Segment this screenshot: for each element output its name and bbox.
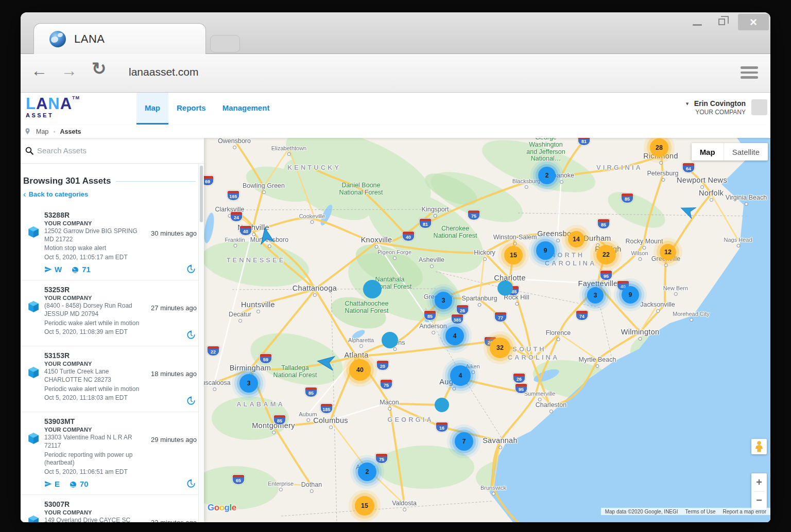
city-label: Savannah xyxy=(483,436,518,445)
forward-button[interactable]: → xyxy=(61,61,77,80)
city-label: Durham xyxy=(583,234,611,242)
breadcrumb-map[interactable]: Map xyxy=(36,128,48,135)
asset-cluster-marker[interactable]: 9 xyxy=(622,286,639,304)
nav-tab-management[interactable]: Management xyxy=(214,93,278,123)
asset-list-item[interactable]: 53153R YOUR COMPANY 4150 Turtle Creek La… xyxy=(21,346,204,412)
asset-cluster-marker[interactable]: 3 xyxy=(435,292,452,309)
asset-cluster-marker[interactable]: 3 xyxy=(239,374,258,393)
city-label: Nags Head xyxy=(724,237,752,243)
minimize-button[interactable] xyxy=(693,24,702,26)
asset-alert: Periodic wake alert while in motion xyxy=(44,320,146,328)
forest-label: Daniel BooneNational Forest xyxy=(339,182,383,197)
asset-cluster-marker[interactable]: 7 xyxy=(455,432,473,451)
state-label: GEORGIA xyxy=(387,416,433,423)
asset-list-item[interactable]: 53288R YOUR COMPANY 12502 Garrow Drive B… xyxy=(21,206,204,280)
interstate-shield-icon: 77 xyxy=(494,312,507,322)
asset-cluster-marker[interactable]: 14 xyxy=(568,231,584,247)
asset-cluster-marker[interactable]: 2 xyxy=(538,167,556,184)
asset-cluster-marker[interactable]: 2 xyxy=(358,463,376,481)
google-logo[interactable]: Google xyxy=(208,503,236,513)
asset-cluster-marker[interactable]: 40 xyxy=(349,359,371,381)
asset-company: YOUR COMPANY xyxy=(44,295,146,301)
asset-cluster-marker[interactable]: 32 xyxy=(490,338,510,358)
interstate-shield-icon: 95 xyxy=(515,383,528,394)
asset-dot-marker[interactable] xyxy=(382,332,398,348)
asset-company: YOUR COMPANY xyxy=(44,361,146,367)
asset-cluster-marker[interactable]: 22 xyxy=(596,245,616,264)
nav-tab-reports[interactable]: Reports xyxy=(168,93,214,123)
asset-timestamp: Oct 5, 2020, 11:08:39 am EDT xyxy=(44,328,146,336)
nav-tab-map[interactable]: Map xyxy=(136,93,168,123)
moving-asset-arrow-marker[interactable] xyxy=(254,225,276,246)
city-label: Montgomery xyxy=(252,421,295,430)
state-label: ALABAMA xyxy=(236,400,285,408)
history-icon[interactable] xyxy=(186,264,196,274)
city-label: Petersburg xyxy=(647,170,678,177)
asset-dot-marker[interactable] xyxy=(435,398,449,412)
asset-company: YOUR COMPANY xyxy=(44,427,146,433)
restore-button[interactable] xyxy=(718,19,725,25)
browser-menu-icon[interactable] xyxy=(741,66,759,81)
asset-cluster-marker[interactable]: 28 xyxy=(650,138,668,157)
map-type-map-button[interactable]: Map xyxy=(692,143,724,161)
history-icon[interactable] xyxy=(186,396,196,405)
asset-cluster-marker[interactable]: 9 xyxy=(536,241,555,260)
pegman-streetview-button[interactable] xyxy=(751,439,767,454)
logo-wordmark: LANATM xyxy=(26,96,98,112)
asset-cluster-marker[interactable]: 15 xyxy=(504,246,523,264)
zoom-out-button[interactable]: − xyxy=(751,492,767,510)
city-label: Hickory xyxy=(474,249,495,256)
browser-tab[interactable]: LANA xyxy=(33,23,206,54)
reload-button[interactable]: ↻ xyxy=(92,58,107,79)
asset-cluster-marker[interactable]: 4 xyxy=(450,365,471,386)
user-menu[interactable]: ▾ Erin Covington YOUR COMPANY xyxy=(694,99,746,116)
asset-list: 53288R YOUR COMPANY 12502 Garrow Drive B… xyxy=(21,206,204,522)
map-canvas[interactable]: KENTUCKYVIRGINIATENNESSEENORTHCAROLINASO… xyxy=(204,138,770,522)
interstate-shield-icon: 85 xyxy=(273,415,286,425)
city-label: Myrtle Beach xyxy=(579,356,616,363)
city-label: Macon xyxy=(380,399,399,406)
interstate-shield-icon: 85 xyxy=(424,310,437,321)
zoom-in-button[interactable]: + xyxy=(751,473,767,491)
back-button[interactable]: ← xyxy=(31,61,47,80)
attribution-text: Map data ©2020 Google, INEGI xyxy=(605,509,678,515)
sidebar-scrollbar[interactable] xyxy=(198,164,204,522)
interstate-shield-icon: 81 xyxy=(419,218,432,228)
terms-of-use-link[interactable]: Terms of Use xyxy=(685,509,716,515)
state-label: SOUTH xyxy=(512,345,546,353)
interstate-shield-icon: 85 xyxy=(305,387,318,397)
history-icon[interactable] xyxy=(186,330,196,340)
address-bar[interactable]: lanaasset.com xyxy=(129,66,198,78)
asset-cluster-marker[interactable]: 3 xyxy=(587,287,604,304)
asset-cluster-marker[interactable]: 12 xyxy=(660,244,676,260)
city-label: Elizabethtown xyxy=(271,145,307,151)
city-label: Norfolk xyxy=(699,189,724,197)
asset-cluster-marker[interactable]: 15 xyxy=(355,496,374,516)
asset-dot-marker[interactable] xyxy=(497,280,513,296)
state-label: KENTUCKY xyxy=(287,164,341,171)
asset-company: YOUR COMPANY xyxy=(44,220,146,226)
map-type-satellite-button[interactable]: Satellite xyxy=(724,143,768,161)
report-map-error-link[interactable]: Report a map error xyxy=(723,509,766,515)
asset-list-item[interactable]: 53253R YOUR COMPANY (8400 - 8458) Dorsey… xyxy=(21,280,204,346)
new-tab-button[interactable] xyxy=(210,35,240,52)
moving-asset-arrow-marker[interactable] xyxy=(315,352,336,375)
city-label: Auburn xyxy=(299,411,317,417)
window-controls: × xyxy=(657,12,770,54)
back-to-categories-link[interactable]: ‹ Back to categories xyxy=(23,190,204,199)
asset-list-item[interactable]: 53007R YOUR COMPANY 149 Overland Drive C… xyxy=(21,495,204,522)
asset-dot-marker[interactable] xyxy=(363,280,382,298)
history-icon[interactable] xyxy=(186,479,196,488)
scrollbar-thumb[interactable] xyxy=(200,166,203,222)
avatar[interactable] xyxy=(751,99,767,115)
asset-cluster-marker[interactable]: 4 xyxy=(445,327,464,345)
chevron-left-icon: ‹ xyxy=(23,190,26,199)
asset-alert: Periodic reporting with power up (heartb… xyxy=(44,451,146,467)
search-icon xyxy=(25,146,34,155)
lana-asset-logo[interactable]: LANATM ASSET xyxy=(26,96,98,118)
close-button[interactable]: × xyxy=(738,14,769,30)
asset-speed: 71 xyxy=(71,265,91,274)
search-input[interactable] xyxy=(37,138,192,163)
asset-list-item[interactable]: 53903MT YOUR COMPANY 13303 Valentine Roa… xyxy=(21,412,204,495)
city-label: Rocky Mount xyxy=(626,238,663,245)
